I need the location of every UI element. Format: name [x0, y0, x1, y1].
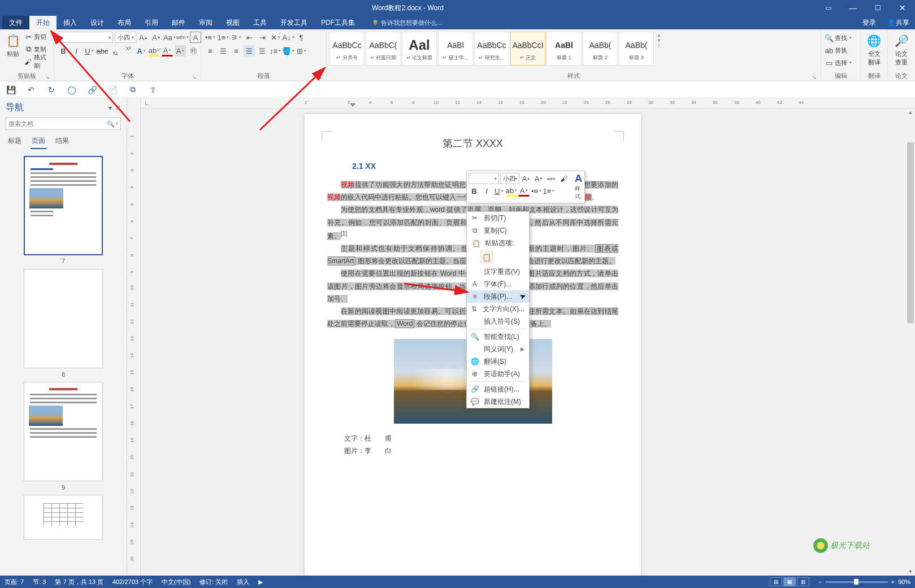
bullet-list-button[interactable]: •≡ [205, 32, 216, 43]
paragraph-launcher[interactable]: ↘ [317, 75, 323, 80]
font-launcher[interactable]: ↘ [192, 75, 197, 80]
ctx-synonym[interactable]: 同义词(Y)▶ [467, 343, 529, 355]
tab-layout[interactable]: 布局 [111, 16, 138, 29]
change-case-button[interactable]: Aa [164, 32, 175, 43]
qat-btn6[interactable]: 📄 [107, 85, 118, 95]
style-item[interactable]: AaBl标题 1 [547, 32, 582, 66]
vertical-scrollbar[interactable]: ▲▼ [906, 108, 915, 576]
asian-layout-button[interactable]: ✕ [270, 32, 281, 43]
mini-font-combo[interactable] [469, 173, 499, 184]
multilevel-list-button[interactable]: ⚞ [231, 32, 242, 43]
tab-insert[interactable]: 插入 [57, 16, 84, 29]
qat-btn4[interactable]: ◯ [67, 85, 77, 95]
view-print-layout[interactable]: ▦ [783, 577, 796, 586]
status-language[interactable]: 中文(中国) [162, 578, 190, 586]
zoom-slider[interactable] [826, 581, 888, 583]
style-item[interactable]: AaBbCc↵ 分类号 [329, 32, 365, 66]
font-size-combo[interactable]: 小四 [115, 32, 136, 43]
mini-underline[interactable]: U [493, 185, 505, 197]
ctx-translate[interactable]: 🌐翻译(S) [467, 355, 529, 368]
mini-bold[interactable]: B [469, 185, 480, 197]
ctx-smart-lookup[interactable]: 🔍智能查找(L) [467, 330, 529, 343]
mini-phonetic[interactable]: wén [545, 173, 557, 184]
status-word-count[interactable]: 402/2703 个字 [112, 578, 153, 586]
status-page-of[interactable]: 第 7 页，共 13 页 [55, 578, 103, 586]
number-list-button[interactable]: 1≡ [218, 32, 229, 43]
qat-redo[interactable]: ↻ [46, 85, 57, 95]
char-border-button[interactable]: A [190, 32, 201, 43]
close-button[interactable]: ✕ [890, 0, 915, 16]
status-page[interactable]: 页面: 7 [5, 578, 24, 586]
ctx-cut[interactable]: ✂剪切(T) [467, 212, 529, 224]
nav-tab-results[interactable]: 结果 [54, 135, 70, 149]
thesis-check-button[interactable]: 🔎 论文查重 [890, 31, 913, 68]
shrink-font-button[interactable]: A▼ [151, 32, 162, 43]
show-marks-button[interactable]: ¶ [296, 32, 307, 43]
zoom-value[interactable]: 90% [898, 578, 910, 585]
highlight-button[interactable]: ab [149, 45, 160, 56]
qat-undo[interactable]: ↶ [26, 85, 36, 95]
styles-launcher[interactable]: ↘ [812, 75, 817, 80]
replace-button[interactable]: ab替换 [825, 44, 852, 56]
borders-button[interactable]: ⊞ [296, 45, 307, 56]
char-shading-button[interactable]: A [175, 45, 186, 56]
tell-me-input[interactable]: 告诉我您想要做什么... [362, 16, 442, 29]
status-macro[interactable]: ▶ [258, 578, 263, 586]
decrease-indent-button[interactable]: ⇤ [244, 32, 255, 43]
select-button[interactable]: ▭选择▾ [825, 56, 852, 69]
mini-bullets[interactable]: •≡ [531, 185, 542, 197]
strike-button[interactable]: abc [97, 45, 108, 56]
ctx-symbol[interactable]: 插入符号(S) [467, 315, 529, 328]
ctx-direction[interactable]: ⇅文字方向(X)... [467, 303, 529, 315]
tab-selector[interactable]: ∟ [144, 99, 150, 106]
mini-numbering[interactable]: 1≡ [543, 185, 554, 197]
shading-button[interactable]: 🪣 [283, 45, 294, 56]
search-icon[interactable]: 🔍 [107, 120, 115, 128]
tab-design[interactable]: 设计 [84, 16, 111, 29]
qat-save[interactable]: 💾 [6, 85, 16, 95]
page-thumb-8[interactable]: 8 [24, 269, 103, 368]
italic-button[interactable]: I [71, 45, 82, 56]
ctx-new-comment[interactable]: 💬新建批注(M) [467, 395, 529, 408]
sort-button[interactable]: A↓ [283, 32, 294, 43]
qat-btn5[interactable]: 🔗 [87, 85, 97, 95]
mini-size-combo[interactable]: 小四 [500, 173, 519, 184]
tab-references[interactable]: 引用 [138, 16, 165, 29]
tab-home[interactable]: 开始 [29, 16, 57, 29]
style-item-selected[interactable]: AaBbCcI↵ 正文 [510, 32, 545, 66]
tab-view[interactable]: 视图 [219, 16, 246, 29]
page-thumb-7[interactable]: 7 [24, 156, 103, 255]
nav-tab-headings[interactable]: 标题 [7, 135, 23, 149]
cut-button[interactable]: ✂剪切 [24, 31, 51, 43]
qat-btn7[interactable]: ⧉ [128, 85, 138, 95]
qat-btn8[interactable]: ⇪ [148, 85, 158, 95]
enclose-char-button[interactable]: ㊕ [188, 45, 199, 56]
tab-file[interactable]: 文件 [2, 16, 29, 29]
style-item[interactable]: AaBbC(↵ 封面日期 [366, 32, 401, 66]
ctx-font[interactable]: A字体(F)... [467, 278, 529, 290]
grow-font-button[interactable]: A▲ [138, 32, 149, 43]
page-thumb-9[interactable]: 9 [24, 382, 103, 481]
ctx-copy[interactable]: ⧉复制(C) [467, 224, 529, 237]
status-track-changes[interactable]: 修订: 关闭 [200, 578, 228, 586]
horizontal-ruler[interactable]: ∟ 22468101214161820222426283032343638404… [141, 98, 915, 108]
view-read-mode[interactable]: ▤ [770, 577, 782, 586]
subscript-button[interactable]: X₂ [110, 45, 121, 56]
nav-search[interactable]: 🔍▾ [6, 117, 121, 130]
maximize-button[interactable]: ☐ [865, 0, 890, 16]
bold-button[interactable]: B [58, 45, 69, 56]
paste-button[interactable]: 📋 粘贴 [2, 31, 24, 59]
tab-devtools[interactable]: 开发工具 [274, 16, 314, 29]
find-button[interactable]: 🔍查找▾ [825, 32, 852, 44]
ribbon-display-options-icon[interactable]: ▭ [816, 0, 840, 16]
login-link[interactable]: 登录 [857, 16, 882, 29]
align-left-button[interactable]: ≡ [205, 45, 216, 56]
mini-format-painter[interactable]: 🖌 [558, 173, 569, 184]
superscript-button[interactable]: X² [123, 45, 134, 56]
share-button[interactable]: 👤 共享 [882, 16, 915, 29]
tab-tools[interactable]: 工具 [246, 16, 274, 29]
status-insert-mode[interactable]: 插入 [237, 578, 249, 586]
ctx-hanzi[interactable]: 汉字重选(V) [467, 265, 529, 278]
zoom-out[interactable]: − [818, 578, 822, 585]
tab-mailings[interactable]: 邮件 [165, 16, 192, 29]
